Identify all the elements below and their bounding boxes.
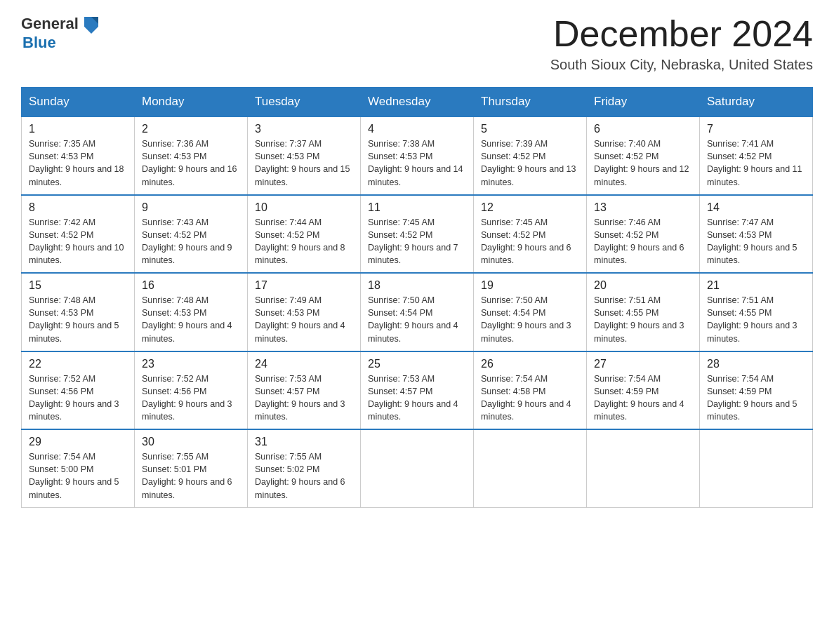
calendar-cell: 19Sunrise: 7:50 AMSunset: 4:54 PMDayligh… bbox=[474, 273, 587, 351]
day-number: 28 bbox=[707, 358, 805, 370]
day-info: Sunrise: 7:50 AMSunset: 4:54 PMDaylight:… bbox=[481, 294, 579, 345]
weekday-header-saturday: Saturday bbox=[700, 88, 813, 117]
day-number: 22 bbox=[29, 358, 127, 370]
day-info: Sunrise: 7:35 AMSunset: 4:53 PMDaylight:… bbox=[29, 137, 127, 189]
day-info: Sunrise: 7:36 AMSunset: 4:53 PMDaylight:… bbox=[142, 137, 240, 189]
day-info: Sunrise: 7:40 AMSunset: 4:52 PMDaylight:… bbox=[594, 137, 692, 189]
calendar-cell: 7Sunrise: 7:41 AMSunset: 4:52 PMDaylight… bbox=[700, 116, 813, 195]
calendar-cell: 11Sunrise: 7:45 AMSunset: 4:52 PMDayligh… bbox=[361, 195, 474, 274]
calendar-cell: 24Sunrise: 7:53 AMSunset: 4:57 PMDayligh… bbox=[248, 351, 361, 430]
day-info: Sunrise: 7:44 AMSunset: 4:52 PMDaylight:… bbox=[255, 216, 353, 267]
calendar-cell: 21Sunrise: 7:51 AMSunset: 4:55 PMDayligh… bbox=[700, 273, 813, 351]
calendar-cell: 25Sunrise: 7:53 AMSunset: 4:57 PMDayligh… bbox=[361, 351, 474, 430]
day-info: Sunrise: 7:47 AMSunset: 4:53 PMDaylight:… bbox=[707, 216, 805, 267]
weekday-header-row: SundayMondayTuesdayWednesdayThursdayFrid… bbox=[22, 88, 813, 117]
calendar-cell: 23Sunrise: 7:52 AMSunset: 4:56 PMDayligh… bbox=[135, 351, 248, 430]
day-info: Sunrise: 7:51 AMSunset: 4:55 PMDaylight:… bbox=[594, 294, 692, 345]
weekday-header-wednesday: Wednesday bbox=[361, 88, 474, 117]
calendar-cell: 22Sunrise: 7:52 AMSunset: 4:56 PMDayligh… bbox=[22, 351, 135, 430]
weekday-header-sunday: Sunday bbox=[22, 88, 135, 117]
day-number: 14 bbox=[707, 201, 805, 214]
day-number: 10 bbox=[255, 201, 353, 214]
logo-general-text: General bbox=[21, 15, 79, 33]
calendar-cell: 4Sunrise: 7:38 AMSunset: 4:53 PMDaylight… bbox=[361, 116, 474, 195]
day-number: 11 bbox=[368, 201, 466, 214]
day-number: 12 bbox=[481, 201, 579, 214]
day-info: Sunrise: 7:51 AMSunset: 4:55 PMDaylight:… bbox=[707, 294, 805, 345]
day-number: 3 bbox=[255, 123, 353, 135]
day-info: Sunrise: 7:53 AMSunset: 4:57 PMDaylight:… bbox=[368, 373, 466, 424]
day-info: Sunrise: 7:39 AMSunset: 4:52 PMDaylight:… bbox=[481, 137, 579, 189]
calendar-week-row: 15Sunrise: 7:48 AMSunset: 4:53 PMDayligh… bbox=[22, 273, 813, 351]
weekday-header-friday: Friday bbox=[587, 88, 700, 117]
logo-blue-text: Blue bbox=[22, 34, 56, 52]
day-info: Sunrise: 7:52 AMSunset: 4:56 PMDaylight:… bbox=[142, 373, 240, 424]
day-number: 8 bbox=[29, 201, 127, 214]
location-subtitle: South Sioux City, Nebraska, United State… bbox=[550, 57, 813, 73]
day-number: 18 bbox=[368, 279, 466, 292]
day-number: 4 bbox=[368, 123, 466, 135]
day-number: 23 bbox=[142, 358, 240, 370]
calendar-table: SundayMondayTuesdayWednesdayThursdayFrid… bbox=[21, 87, 813, 508]
day-info: Sunrise: 7:54 AMSunset: 4:59 PMDaylight:… bbox=[594, 373, 692, 424]
calendar-cell: 18Sunrise: 7:50 AMSunset: 4:54 PMDayligh… bbox=[361, 273, 474, 351]
day-info: Sunrise: 7:54 AMSunset: 5:00 PMDaylight:… bbox=[29, 450, 127, 502]
day-number: 20 bbox=[594, 279, 692, 292]
calendar-cell: 10Sunrise: 7:44 AMSunset: 4:52 PMDayligh… bbox=[248, 195, 361, 274]
day-number: 27 bbox=[594, 358, 692, 370]
day-number: 25 bbox=[368, 358, 466, 370]
day-number: 9 bbox=[142, 201, 240, 214]
day-number: 13 bbox=[594, 201, 692, 214]
day-number: 1 bbox=[29, 123, 127, 135]
day-info: Sunrise: 7:48 AMSunset: 4:53 PMDaylight:… bbox=[142, 294, 240, 345]
calendar-cell bbox=[361, 429, 474, 507]
day-info: Sunrise: 7:41 AMSunset: 4:52 PMDaylight:… bbox=[707, 137, 805, 189]
calendar-cell: 31Sunrise: 7:55 AMSunset: 5:02 PMDayligh… bbox=[248, 429, 361, 507]
day-info: Sunrise: 7:54 AMSunset: 4:58 PMDaylight:… bbox=[481, 373, 579, 424]
day-info: Sunrise: 7:50 AMSunset: 4:54 PMDaylight:… bbox=[368, 294, 466, 345]
day-number: 21 bbox=[707, 279, 805, 292]
weekday-header-tuesday: Tuesday bbox=[248, 88, 361, 117]
logo: General Blue bbox=[21, 14, 101, 52]
title-area: December 2024 South Sioux City, Nebraska… bbox=[550, 14, 813, 73]
day-number: 26 bbox=[481, 358, 579, 370]
calendar-cell: 26Sunrise: 7:54 AMSunset: 4:58 PMDayligh… bbox=[474, 351, 587, 430]
day-info: Sunrise: 7:55 AMSunset: 5:01 PMDaylight:… bbox=[142, 450, 240, 502]
calendar-cell: 17Sunrise: 7:49 AMSunset: 4:53 PMDayligh… bbox=[248, 273, 361, 351]
logo-icon bbox=[81, 14, 101, 34]
day-number: 5 bbox=[481, 123, 579, 135]
day-number: 2 bbox=[142, 123, 240, 135]
day-info: Sunrise: 7:42 AMSunset: 4:52 PMDaylight:… bbox=[29, 216, 127, 267]
calendar-cell: 14Sunrise: 7:47 AMSunset: 4:53 PMDayligh… bbox=[700, 195, 813, 274]
calendar-week-row: 1Sunrise: 7:35 AMSunset: 4:53 PMDaylight… bbox=[22, 116, 813, 195]
weekday-header-thursday: Thursday bbox=[474, 88, 587, 117]
calendar-week-row: 8Sunrise: 7:42 AMSunset: 4:52 PMDaylight… bbox=[22, 195, 813, 274]
day-number: 16 bbox=[142, 279, 240, 292]
calendar-week-row: 22Sunrise: 7:52 AMSunset: 4:56 PMDayligh… bbox=[22, 351, 813, 430]
calendar-cell: 28Sunrise: 7:54 AMSunset: 4:59 PMDayligh… bbox=[700, 351, 813, 430]
calendar-cell: 29Sunrise: 7:54 AMSunset: 5:00 PMDayligh… bbox=[22, 429, 135, 507]
calendar-cell: 2Sunrise: 7:36 AMSunset: 4:53 PMDaylight… bbox=[135, 116, 248, 195]
calendar-cell bbox=[700, 429, 813, 507]
calendar-week-row: 29Sunrise: 7:54 AMSunset: 5:00 PMDayligh… bbox=[22, 429, 813, 507]
calendar-cell: 20Sunrise: 7:51 AMSunset: 4:55 PMDayligh… bbox=[587, 273, 700, 351]
day-info: Sunrise: 7:54 AMSunset: 4:59 PMDaylight:… bbox=[707, 373, 805, 424]
day-number: 30 bbox=[142, 436, 240, 448]
month-title: December 2024 bbox=[550, 14, 813, 54]
calendar-cell: 13Sunrise: 7:46 AMSunset: 4:52 PMDayligh… bbox=[587, 195, 700, 274]
day-info: Sunrise: 7:53 AMSunset: 4:57 PMDaylight:… bbox=[255, 373, 353, 424]
day-info: Sunrise: 7:48 AMSunset: 4:53 PMDaylight:… bbox=[29, 294, 127, 345]
day-info: Sunrise: 7:46 AMSunset: 4:52 PMDaylight:… bbox=[594, 216, 692, 267]
calendar-cell: 27Sunrise: 7:54 AMSunset: 4:59 PMDayligh… bbox=[587, 351, 700, 430]
day-info: Sunrise: 7:38 AMSunset: 4:53 PMDaylight:… bbox=[368, 137, 466, 189]
day-number: 24 bbox=[255, 358, 353, 370]
calendar-cell: 8Sunrise: 7:42 AMSunset: 4:52 PMDaylight… bbox=[22, 195, 135, 274]
calendar-cell: 5Sunrise: 7:39 AMSunset: 4:52 PMDaylight… bbox=[474, 116, 587, 195]
day-info: Sunrise: 7:55 AMSunset: 5:02 PMDaylight:… bbox=[255, 450, 353, 502]
day-number: 6 bbox=[594, 123, 692, 135]
day-info: Sunrise: 7:49 AMSunset: 4:53 PMDaylight:… bbox=[255, 294, 353, 345]
day-info: Sunrise: 7:43 AMSunset: 4:52 PMDaylight:… bbox=[142, 216, 240, 267]
day-number: 31 bbox=[255, 436, 353, 448]
calendar-cell: 6Sunrise: 7:40 AMSunset: 4:52 PMDaylight… bbox=[587, 116, 700, 195]
calendar-cell: 1Sunrise: 7:35 AMSunset: 4:53 PMDaylight… bbox=[22, 116, 135, 195]
